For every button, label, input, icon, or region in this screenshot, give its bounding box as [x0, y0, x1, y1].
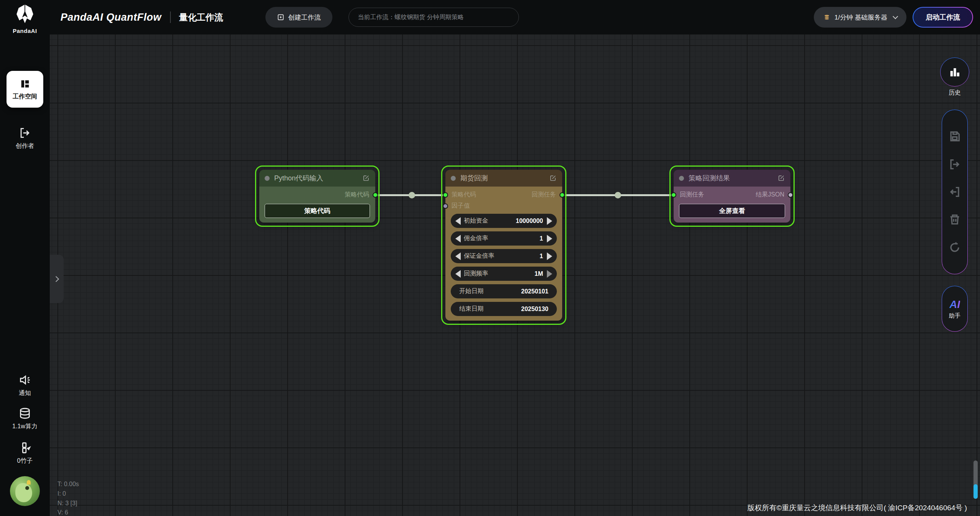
stepper-left-icon[interactable]	[455, 252, 461, 260]
chevron-right-icon	[53, 276, 59, 282]
port-row: 回测任务 结果JSON	[674, 189, 790, 200]
workspace-icon	[19, 78, 31, 90]
input-port[interactable]	[671, 192, 676, 198]
bar-chart-icon	[948, 66, 961, 79]
current-workflow-input[interactable]: 当前工作流：螺纹钢期货 分钟周期策略	[348, 8, 519, 27]
canvas-toolbar	[942, 110, 968, 274]
output-port[interactable]	[373, 192, 378, 198]
save-button[interactable]	[948, 130, 961, 143]
widget-label: 结束日期	[459, 305, 484, 313]
widget-label: 开始日期	[459, 287, 484, 295]
fullscreen-view-button[interactable]: 全屏查看	[679, 204, 785, 218]
ai-assistant-label: 助手	[949, 312, 960, 319]
node-backtest-result[interactable]: 策略回测结果 回测任务 结果JSON 全屏查看	[674, 170, 790, 223]
stepper-right-icon[interactable]	[547, 252, 552, 260]
zoom-slider-thumb[interactable]	[973, 484, 978, 499]
node-title: 策略回测结果	[689, 174, 773, 183]
stepper-left-icon[interactable]	[455, 235, 461, 242]
widget-label: 佣金倍率	[464, 234, 488, 242]
node-body: 策略代码 回测任务 因子值 初始资金 10000000 佣金倍率 1	[445, 187, 562, 321]
node-status-dot	[265, 176, 270, 181]
avatar-face	[15, 483, 32, 502]
node-body: 回测任务 结果JSON 全屏查看	[674, 187, 790, 223]
stepper-left-icon[interactable]	[455, 270, 461, 278]
sidebar-item-label: 1.1w算力	[12, 423, 38, 431]
avatar-eye	[25, 486, 29, 490]
zoom-slider[interactable]	[973, 460, 978, 499]
widget-value: 20250101	[521, 288, 548, 295]
widget-end-date[interactable]: 结束日期 20250130	[451, 302, 557, 316]
delete-button[interactable]	[948, 213, 961, 226]
sidebar-item-compute[interactable]: 1.1w算力	[0, 407, 50, 431]
sidebar-item-bamboo[interactable]: 0竹子	[0, 441, 50, 465]
create-workflow-button[interactable]: 创建工作流	[265, 7, 332, 28]
server-selector-label: 1/分钟 基础服务器	[834, 13, 887, 22]
stat-iterations: I: 0	[57, 489, 87, 499]
output-port[interactable]	[560, 192, 565, 198]
node-futures-backtest[interactable]: 期货回测 策略代码 回测任务 因子值 初始资金 10000000	[445, 170, 562, 321]
port-row: 因子值	[445, 200, 562, 211]
input-port[interactable]	[443, 203, 448, 209]
sidebar-item-label: 通知	[19, 389, 31, 397]
node-python-code-input[interactable]: Python代码输入 策略代码 策略代码	[259, 170, 375, 223]
ai-assistant-logo: AI	[949, 298, 960, 311]
current-workflow-text: 当前工作流：螺纹钢期货 分钟周期策略	[358, 13, 464, 21]
node-header[interactable]: 期货回测	[445, 170, 562, 187]
link-node2-node3[interactable]	[565, 194, 679, 196]
node-header[interactable]: 策略回测结果	[674, 170, 790, 187]
widget-commission-multiplier[interactable]: 佣金倍率 1	[451, 231, 557, 246]
brand-title: PandaAI QuantFlow	[61, 11, 162, 23]
run-workflow-label: 启动工作流	[926, 13, 960, 21]
node-status-dot	[679, 176, 684, 181]
output-port-label: 策略代码	[345, 191, 369, 199]
run-workflow-button[interactable]: 启动工作流	[913, 7, 973, 28]
edit-node-icon[interactable]	[777, 174, 785, 182]
export-button[interactable]	[948, 158, 961, 171]
link-midpoint-dot[interactable]	[615, 192, 621, 198]
widget-label: 保证金倍率	[464, 252, 494, 260]
widget-initial-capital[interactable]: 初始资金 10000000	[451, 214, 557, 228]
widget-start-date[interactable]: 开始日期 20250101	[451, 284, 557, 298]
sidebar-item-workspace[interactable]: 工作空间	[7, 71, 43, 108]
workflow-canvas[interactable]: Python代码输入 策略代码 策略代码 期货回测 策略代码 回	[50, 34, 980, 516]
stat-nodes: N: 3 [3]	[57, 499, 87, 508]
sidebar-item-label: 0竹子	[17, 457, 33, 465]
stepper-right-icon[interactable]	[547, 235, 552, 242]
app-logo[interactable]: PandaAI	[0, 3, 50, 34]
strategy-code-button[interactable]: 策略代码	[265, 204, 370, 218]
widget-label: 初始资金	[464, 217, 488, 225]
ai-assistant-button[interactable]: AI 助手	[942, 286, 968, 332]
node-title: Python代码输入	[274, 174, 358, 183]
sidebar-item-creator[interactable]: 创作者	[0, 126, 50, 150]
panda-logo-icon	[14, 3, 36, 25]
widget-value: 1M	[535, 270, 543, 277]
edit-node-icon[interactable]	[549, 174, 557, 182]
widget-margin-multiplier[interactable]: 保证金倍率 1	[451, 249, 557, 263]
stepper-right-icon[interactable]	[547, 217, 552, 225]
node-body: 策略代码 策略代码	[259, 187, 375, 223]
copyright-text: 版权所有©重庆量云之境信息科技有限公司( 渝ICP备2024046064号 )	[747, 503, 967, 513]
canvas-stats: T: 0.00s I: 0 N: 3 [3] V: 6 FPS:61.35	[57, 480, 87, 516]
import-button[interactable]	[948, 185, 961, 198]
left-panel-expander[interactable]	[50, 255, 64, 303]
output-port[interactable]	[788, 192, 793, 198]
user-avatar[interactable]	[10, 476, 40, 506]
stepper-left-icon[interactable]	[455, 217, 461, 225]
widget-value: 20250130	[521, 306, 548, 313]
widget-list: 初始资金 10000000 佣金倍率 1 保证金倍率 1	[451, 214, 557, 316]
bamboo-icon	[18, 441, 31, 454]
edit-node-icon[interactable]	[362, 174, 370, 182]
link-midpoint-dot[interactable]	[409, 192, 415, 198]
stepper-right-icon[interactable]	[547, 270, 552, 278]
history-button[interactable]	[940, 57, 969, 87]
sidebar-item-notifications[interactable]: 通知	[0, 373, 50, 397]
input-port[interactable]	[443, 192, 448, 198]
stat-time: T: 0.00s	[57, 480, 87, 489]
input-port-label: 因子值	[452, 202, 470, 210]
node-header[interactable]: Python代码输入	[259, 170, 375, 187]
server-selector[interactable]: 1/分钟 基础服务器	[814, 7, 906, 28]
output-port-label: 回测任务	[532, 191, 556, 199]
refresh-button[interactable]	[948, 241, 961, 254]
plus-square-icon	[277, 13, 285, 21]
widget-backtest-frequency[interactable]: 回测频率 1M	[451, 267, 557, 281]
